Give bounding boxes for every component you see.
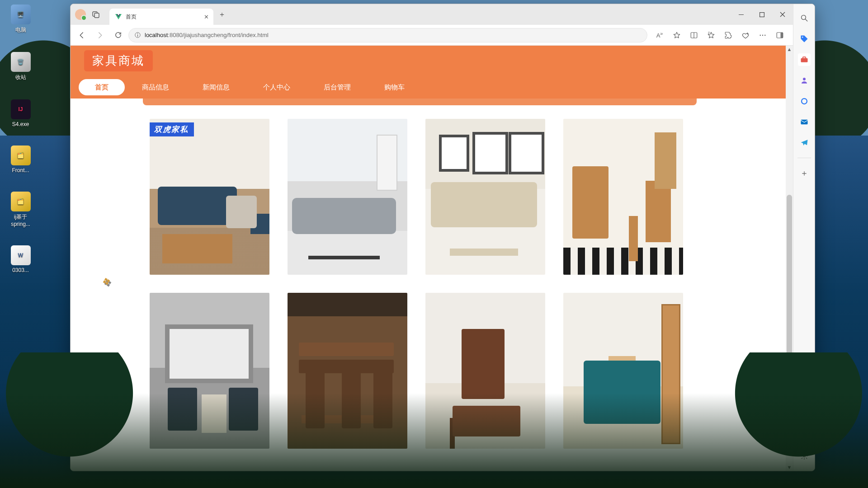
tab-title: 首页 — [126, 13, 200, 21]
svg-rect-1 — [94, 13, 99, 18]
sidebar-settings-button[interactable] — [798, 450, 811, 462]
favorites-list-button[interactable] — [703, 28, 719, 43]
scrollbar-up-button[interactable]: ▲ — [786, 46, 793, 53]
sidebar-search-button[interactable] — [798, 12, 811, 24]
sidebar-tools-button[interactable] — [798, 53, 811, 66]
desktop-icon-recycle-bin[interactable]: 🗑️ 收站 — [4, 52, 38, 81]
desktop-icon-s4exe[interactable]: IJ S4.exe — [4, 99, 38, 127]
site-info-icon — [134, 32, 141, 38]
desktop-icon-label: 电脑 — [15, 26, 26, 34]
product-image — [288, 119, 407, 275]
browser-tab[interactable]: 首页 ✕ — [109, 9, 213, 25]
sidebar-shopping-button[interactable] — [798, 33, 811, 45]
profile-avatar[interactable] — [75, 9, 86, 20]
telegram-icon — [800, 139, 808, 147]
window-maximize-button[interactable] — [751, 4, 772, 25]
nav-forward-button[interactable] — [92, 28, 108, 43]
product-card[interactable] — [425, 293, 545, 449]
nav-back-button[interactable] — [74, 28, 90, 43]
tab-close-button[interactable]: ✕ — [204, 14, 209, 20]
sidebar-telegram-button[interactable] — [798, 136, 811, 149]
url-text: localhost:8080/jiajushangcheng/front/ind… — [145, 32, 269, 38]
read-aloud-icon: A» — [656, 31, 663, 39]
tab-actions-button[interactable] — [89, 7, 103, 22]
desktop-icon-0303[interactable]: W 0303... — [4, 245, 38, 273]
sidebar-office-button[interactable] — [798, 95, 811, 108]
product-card[interactable] — [425, 119, 545, 275]
nav-home[interactable]: 首页 — [79, 79, 125, 95]
svg-rect-21 — [781, 33, 783, 38]
search-icon — [800, 14, 808, 22]
svg-line-23 — [805, 19, 807, 21]
product-card[interactable] — [150, 293, 269, 449]
minimize-icon — [739, 12, 744, 17]
window-minimize-button[interactable] — [731, 4, 751, 25]
address-bar[interactable]: localhost:8080/jiajushangcheng/front/ind… — [128, 28, 647, 42]
product-card[interactable] — [288, 293, 407, 449]
product-card[interactable]: 双虎家私 — [150, 119, 269, 275]
product-grid: 双虎家私 — [150, 119, 786, 449]
extensions-icon — [724, 31, 732, 39]
sidebar-screenshot-button[interactable] — [798, 421, 811, 433]
collections-icon — [741, 31, 750, 39]
product-card[interactable] — [563, 293, 683, 449]
read-aloud-button[interactable]: A» — [652, 28, 667, 43]
nav-cart[interactable]: 购物车 — [368, 79, 421, 95]
sidebar-games-button[interactable] — [798, 74, 811, 87]
collections-button[interactable] — [738, 28, 753, 43]
svg-point-28 — [802, 99, 807, 104]
nav-refresh-button[interactable] — [110, 28, 126, 43]
nav-admin[interactable]: 后台管理 — [307, 79, 367, 95]
workspaces-icon — [92, 11, 99, 18]
nav-profile[interactable]: 个人中心 — [247, 79, 307, 95]
page-scrollbar-track[interactable]: ▲ ▼ — [786, 46, 793, 471]
vue-favicon-icon — [115, 13, 122, 20]
product-image — [150, 293, 269, 449]
desktop-icon-this-pc[interactable]: 🖥️ 电脑 — [4, 5, 38, 34]
product-card[interactable] — [288, 119, 407, 275]
site-header: 家具商城 首页 商品信息 新闻信息 个人中心 后台管理 购物车 — [71, 46, 786, 99]
desktop-icons: 🖥️ 电脑 🗑️ 收站 IJ S4.exe 🗂️ Front... 🗂️ ij基… — [4, 5, 38, 273]
favorite-button[interactable] — [669, 28, 684, 43]
product-image — [288, 293, 407, 449]
svg-point-31 — [803, 455, 805, 457]
banner-strip — [143, 99, 697, 105]
favorites-list-icon — [707, 31, 715, 39]
product-image — [425, 119, 545, 275]
nav-news[interactable]: 新闻信息 — [186, 79, 246, 95]
edge-sidebar: ＋ — [793, 4, 815, 471]
url-port: :8080 — [168, 32, 183, 38]
split-screen-button[interactable] — [686, 28, 702, 43]
product-image — [150, 119, 269, 275]
sidebar-outlook-button[interactable] — [798, 116, 811, 128]
sidebar-divider — [797, 158, 811, 158]
browser-window: 首页 ✕ ＋ — [70, 4, 815, 471]
desktop-icon-label: S4.exe — [12, 121, 29, 127]
window-controls — [731, 4, 793, 25]
folder-icon: 🗂️ — [11, 192, 31, 211]
extensions-button[interactable] — [721, 28, 736, 43]
page-scrollbar-thumb[interactable] — [787, 195, 792, 412]
pc-icon: 🖥️ — [11, 5, 31, 24]
new-tab-button[interactable]: ＋ — [215, 8, 229, 21]
refresh-icon — [114, 31, 122, 39]
brand-ribbon: 双虎家私 — [150, 122, 194, 136]
price-tag-icon — [800, 35, 808, 43]
nav-products[interactable]: 商品信息 — [126, 79, 185, 95]
desktop-icon-label: ij基于 spring... — [11, 213, 30, 227]
scrollbar-down-button[interactable]: ▼ — [786, 464, 793, 471]
more-button[interactable] — [755, 28, 770, 43]
desktop-icon-spring[interactable]: 🗂️ ij基于 spring... — [4, 192, 38, 227]
product-card[interactable] — [563, 119, 683, 275]
gear-icon — [800, 452, 808, 460]
svg-point-18 — [762, 34, 763, 35]
toolbar-actions: A» — [650, 28, 789, 43]
copilot-sidebar-toggle[interactable] — [772, 28, 788, 43]
window-close-button[interactable] — [772, 4, 793, 25]
outlook-icon — [800, 118, 808, 126]
sidebar-add-button[interactable]: ＋ — [798, 167, 811, 179]
sidebar-toggle-icon — [776, 31, 784, 39]
svg-point-24 — [802, 37, 803, 38]
site-logo[interactable]: 家具商城 — [84, 50, 153, 71]
desktop-icon-front[interactable]: 🗂️ Front... — [4, 145, 38, 174]
